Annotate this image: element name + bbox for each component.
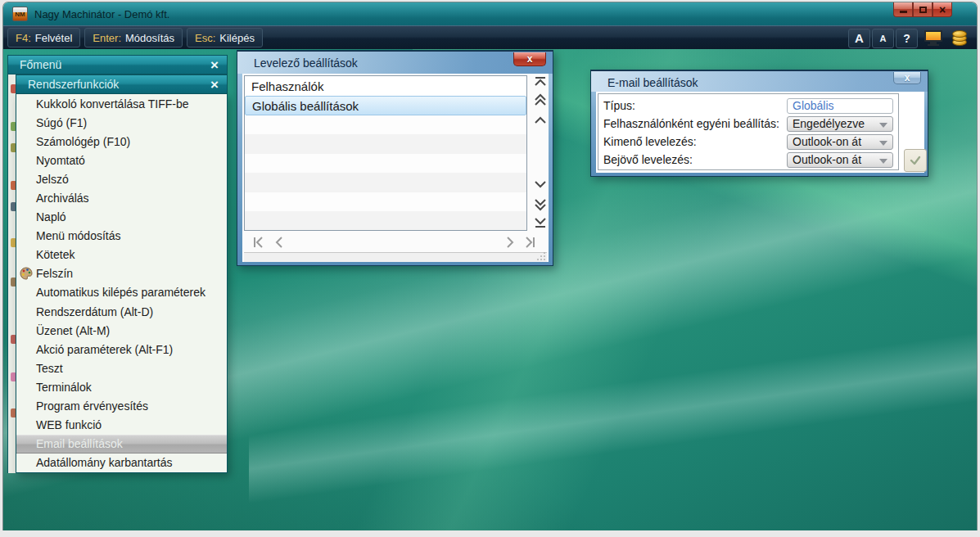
menu-item-label: Automatikus kilépés paraméterek — [36, 286, 205, 299]
menu-item-label: Napló — [36, 210, 66, 223]
minimize-button[interactable] — [893, 2, 913, 17]
menu-item-label: Jelszó — [36, 173, 69, 186]
scroll-top-icon — [534, 76, 547, 88]
menu-item[interactable]: Súgó (F1) — [16, 113, 227, 132]
close-icon: x — [905, 72, 910, 83]
scroll-bottom-button[interactable] — [532, 216, 549, 229]
menu-item-label: Archiválás — [36, 192, 89, 205]
menu-item-label: Kukkoló konvertálása TIFF-be — [36, 97, 189, 111]
font-increase-button[interactable]: A — [848, 29, 870, 48]
mail-settings-list-window: Levelező beállítások x FelhasználókGlobá… — [237, 50, 553, 266]
panel-close-icon[interactable]: × — [210, 78, 219, 92]
menu-item[interactable]: Jelszó — [16, 169, 227, 188]
menu-item-label: Nyomtató — [36, 154, 85, 167]
scroll-pageup-button[interactable] — [532, 93, 549, 106]
text-input[interactable]: Globális — [787, 98, 893, 114]
menu-item[interactable]: Archiválás — [16, 188, 227, 207]
monitor-icon — [924, 30, 942, 47]
menu-item[interactable]: Napló — [16, 208, 227, 227]
nav-prev-button[interactable] — [272, 236, 287, 249]
menu-item-label: Terminálok — [36, 381, 92, 394]
menu-item[interactable]: WEB funkció — [16, 416, 227, 435]
database-button[interactable] — [949, 29, 970, 48]
menu-item-label: Teszt — [36, 362, 63, 375]
check-icon — [909, 155, 922, 166]
menu-item[interactable]: Menü módosítás — [16, 227, 227, 246]
monitor-button[interactable] — [923, 29, 944, 48]
menu-item-label: Program érvényesítés — [36, 399, 148, 413]
menu-item-label: Felszín — [36, 267, 73, 280]
shortcut-button[interactable]: Enter:Módosítás — [84, 28, 183, 47]
maximize-button[interactable] — [913, 2, 933, 17]
scroll-top-button[interactable] — [532, 75, 549, 88]
menu-item[interactable]: Program érvényesítés — [16, 397, 227, 416]
chevron-down-icon — [534, 181, 547, 189]
menu-item-label: Számológép (F10) — [36, 135, 130, 148]
menu-item[interactable]: Felszín — [16, 264, 227, 283]
shortcut-label: Módosítás — [125, 32, 174, 44]
mailwin-close-button[interactable]: x — [513, 52, 546, 66]
menu-item[interactable]: Kötetek — [16, 246, 227, 264]
list-item[interactable]: Felhasználók — [245, 76, 526, 96]
menu-item[interactable]: Adatállomány karbantartás — [16, 454, 227, 472]
scroll-down-button[interactable] — [532, 178, 549, 192]
dropdown[interactable]: Engedélyezve — [787, 116, 893, 132]
field-label: Típus: — [603, 99, 787, 112]
menu-item[interactable]: Email beállítások — [16, 435, 227, 454]
title-bar: NM Nagy Machinátor - Demó kft. × — [3, 2, 977, 25]
menu-item[interactable]: Üzenet (Alt-M) — [16, 321, 227, 340]
nav-next-button[interactable] — [503, 236, 517, 249]
nav-first-button[interactable] — [251, 236, 265, 249]
dropdown[interactable]: Outlook-on át — [787, 134, 893, 150]
panel-header-fomenu[interactable]: Főmenü × — [7, 55, 228, 74]
fomenu-panel-edge — [7, 74, 16, 473]
sidebar-menu: Kukkoló konvertálása TIFF-beSúgó (F1)Szá… — [16, 94, 228, 473]
emailwin-close-button[interactable]: x — [893, 72, 921, 84]
mailwin-title: Levelező beállítások — [254, 56, 358, 70]
panel-title: Főmenü — [20, 58, 210, 71]
menu-item[interactable]: Kukkoló konvertálása TIFF-be — [16, 94, 227, 113]
field-value: Outlook-on át — [793, 153, 861, 166]
maximize-icon — [919, 7, 927, 13]
shortcut-button[interactable]: Esc:Kilépés — [187, 28, 263, 47]
menu-item[interactable]: Nyomtató — [16, 151, 227, 169]
menu-item[interactable]: Terminálok — [16, 377, 227, 396]
list-item-label: Globális beállítások — [252, 99, 359, 113]
list-item[interactable]: Globális beállítások — [245, 96, 526, 115]
nav-last-icon — [524, 237, 536, 248]
panel-header-rendszerfunkciok[interactable]: Rendszerfunkciók × — [16, 74, 228, 94]
list-item-label: Felhasználók — [251, 79, 323, 93]
panel-close-icon[interactable]: × — [210, 58, 219, 72]
shortcut-toolbar: F4:FelvételEnter:MódosításEsc:Kilépés A … — [3, 25, 977, 49]
form-row: Bejövő levelezés:Outlook-on át — [603, 151, 893, 169]
nav-next-icon — [506, 237, 514, 248]
resize-grip[interactable] — [536, 251, 546, 261]
mail-settings-list: FelhasználókGlobális beállítások — [244, 75, 527, 231]
confirm-button[interactable] — [904, 149, 927, 172]
shortcut-key: Esc: — [195, 32, 215, 44]
menu-item[interactable]: Automatikus kilépés paraméterek — [16, 283, 227, 302]
emailwin-content: Típus:GlobálisFelhasználónként egyéni be… — [596, 92, 924, 173]
nav-last-button[interactable] — [522, 236, 537, 249]
menu-item[interactable]: Akció paraméterek (Alt-F1) — [16, 340, 227, 359]
help-button[interactable]: ? — [896, 29, 918, 48]
scroll-pagedown-button[interactable] — [532, 198, 549, 211]
palette-icon — [20, 267, 33, 280]
scroll-up-button[interactable] — [532, 113, 549, 126]
shortcut-label: Kilépés — [219, 32, 255, 44]
empty-rows — [245, 115, 526, 231]
close-icon: x — [527, 53, 533, 65]
menu-item-label: Súgó (F1) — [36, 116, 87, 129]
menu-item-label: Üzenet (Alt-M) — [36, 324, 110, 337]
font-decrease-button[interactable]: A — [872, 29, 894, 48]
menu-item[interactable]: Teszt — [16, 359, 227, 377]
scroll-bottom-icon — [534, 217, 547, 228]
menu-item[interactable]: Számológép (F10) — [16, 132, 227, 151]
dropdown[interactable]: Outlook-on át — [787, 152, 893, 168]
shortcut-buttons: F4:FelvételEnter:MódosításEsc:Kilépés — [3, 28, 263, 47]
scroll-column — [532, 75, 549, 231]
menu-item[interactable]: Rendszerdátum (Alt-D) — [16, 302, 227, 321]
close-button[interactable]: × — [933, 2, 952, 17]
shortcut-button[interactable]: F4:Felvétel — [7, 28, 80, 47]
chevron-up-icon — [534, 115, 547, 124]
